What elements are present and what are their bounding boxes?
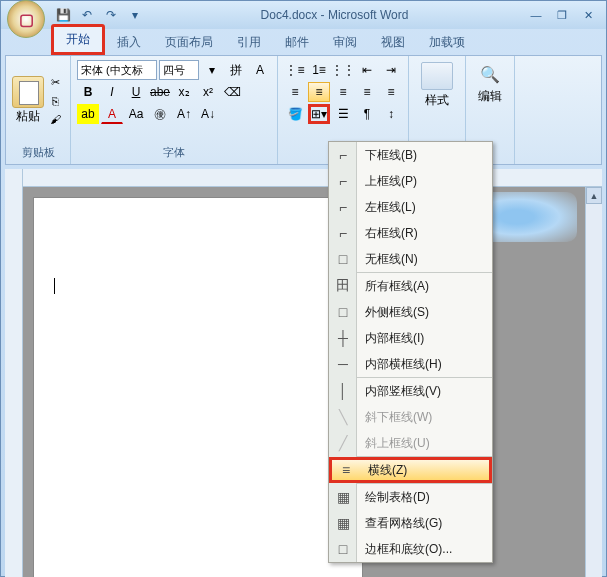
align-justify-button[interactable]: ≡ (356, 82, 378, 102)
font-color-button[interactable]: A (101, 104, 123, 124)
qat-more-icon[interactable]: ▾ (125, 5, 145, 25)
text-cursor (54, 278, 55, 294)
tab-home[interactable]: 开始 (51, 24, 105, 55)
paste-icon[interactable] (12, 76, 44, 108)
italic-button[interactable]: I (101, 82, 123, 102)
ribbon: 粘贴 ✂ ⎘ 🖌 剪贴板 宋体 (中文标 四号 ▾ 拼 A (5, 55, 602, 165)
align-right-button[interactable]: ≡ (332, 82, 354, 102)
border-icon: ≡ (332, 457, 360, 483)
menu-item-label: 外侧框线(S) (357, 304, 429, 321)
menu-item-label: 右框线(R) (357, 225, 418, 242)
menu-item-p[interactable]: ⌐上框线(P) (329, 168, 492, 194)
highlight-color-button[interactable]: ab (77, 104, 99, 124)
menu-item-g[interactable]: ▦查看网格线(G) (329, 510, 492, 536)
superscript-button[interactable]: x² (197, 82, 219, 102)
line-spacing-button[interactable]: ↕ (380, 104, 402, 124)
cut-icon[interactable]: ✂ (46, 75, 64, 91)
menu-item-label: 斜上框线(U) (357, 435, 430, 452)
tab-view[interactable]: 视图 (369, 30, 417, 55)
menu-item-i[interactable]: ┼内部框线(I) (329, 325, 492, 351)
menu-item-s[interactable]: □外侧框线(S) (329, 299, 492, 325)
vertical-ruler[interactable] (5, 169, 23, 577)
styles-label[interactable]: 样式 (425, 92, 449, 109)
menu-item-v[interactable]: │内部竖框线(V) (329, 378, 492, 404)
sort-button[interactable]: ☰ (332, 104, 354, 124)
shading-button[interactable]: 🪣 (284, 104, 306, 124)
tab-layout[interactable]: 页面布局 (153, 30, 225, 55)
grow-font-button[interactable]: A↑ (173, 104, 195, 124)
menu-item-label: 下框线(B) (357, 147, 417, 164)
phonetic-icon[interactable]: 拼 (225, 60, 247, 80)
show-marks-button[interactable]: ¶ (356, 104, 378, 124)
quick-access-toolbar: 💾 ↶ ↷ ▾ (53, 5, 145, 25)
menu-item-label: 横线(Z) (360, 462, 407, 479)
horizontal-ruler[interactable] (23, 169, 602, 187)
char-shading-icon[interactable]: Aa (125, 104, 147, 124)
close-button[interactable]: ✕ (576, 6, 600, 24)
menu-item-a[interactable]: 田所有框线(A) (329, 273, 492, 299)
menu-item-b[interactable]: ⌐下框线(B) (329, 142, 492, 168)
decrease-indent-button[interactable]: ⇤ (356, 60, 378, 80)
menu-item-o[interactable]: □边框和底纹(O)... (329, 536, 492, 562)
tab-review[interactable]: 审阅 (321, 30, 369, 55)
underline-button[interactable]: U (125, 82, 147, 102)
tab-addins[interactable]: 加载项 (417, 30, 477, 55)
copy-icon[interactable]: ⎘ (46, 93, 64, 109)
menu-item-d[interactable]: ▦绘制表格(D) (329, 484, 492, 510)
editing-label[interactable]: 编辑 (478, 88, 502, 105)
multilevel-button[interactable]: ⋮⋮ (332, 60, 354, 80)
menu-item-h[interactable]: ─内部横框线(H) (329, 351, 492, 377)
border-icon: □ (329, 536, 357, 562)
find-icon[interactable]: 🔍 (478, 62, 502, 86)
paste-label[interactable]: 粘贴 (16, 108, 40, 125)
tab-mail[interactable]: 邮件 (273, 30, 321, 55)
numbering-button[interactable]: 1≡ (308, 60, 330, 80)
shrink-font-button[interactable]: A↓ (197, 104, 219, 124)
borders-button[interactable]: ⊞▾ (308, 104, 330, 124)
styles-icon[interactable] (421, 62, 453, 90)
tab-references[interactable]: 引用 (225, 30, 273, 55)
font-size-combo[interactable]: 四号 (159, 60, 199, 80)
group-clipboard-label: 剪贴板 (10, 143, 66, 162)
office-button[interactable]: ▢ (7, 0, 45, 38)
clear-format-icon[interactable]: ⌫ (221, 82, 243, 102)
bold-button[interactable]: B (77, 82, 99, 102)
menu-item-label: 内部竖框线(V) (357, 383, 441, 400)
maximize-button[interactable]: ❐ (550, 6, 574, 24)
menu-item-n[interactable]: □无框线(N) (329, 246, 492, 272)
char-border-icon[interactable]: A (249, 60, 271, 80)
document-page[interactable] (33, 197, 363, 577)
menu-item-r[interactable]: ⌐右框线(R) (329, 220, 492, 246)
format-painter-icon[interactable]: 🖌 (46, 111, 64, 127)
border-icon: ⌐ (329, 220, 357, 246)
align-left-button[interactable]: ≡ (284, 82, 306, 102)
minimize-button[interactable]: — (524, 6, 548, 24)
border-icon: ╱ (329, 430, 357, 456)
menu-item-label: 内部横框线(H) (357, 356, 442, 373)
tab-insert[interactable]: 插入 (105, 30, 153, 55)
distribute-button[interactable]: ≡ (380, 82, 402, 102)
change-case-icon[interactable]: ▾ (201, 60, 223, 80)
vertical-scrollbar[interactable]: ▲ (585, 187, 602, 577)
border-icon: ⌐ (329, 168, 357, 194)
menu-item-label: 斜下框线(W) (357, 409, 432, 426)
redo-icon[interactable]: ↷ (101, 5, 121, 25)
subscript-button[interactable]: x₂ (173, 82, 195, 102)
save-icon[interactable]: 💾 (53, 5, 73, 25)
menu-item-l[interactable]: ⌐左框线(L) (329, 194, 492, 220)
borders-dropdown-menu: ⌐下框线(B)⌐上框线(P)⌐左框线(L)⌐右框线(R)□无框线(N)田所有框线… (328, 141, 493, 563)
border-icon: ┼ (329, 325, 357, 351)
strike-button[interactable]: abe (149, 82, 171, 102)
menu-item-label: 所有框线(A) (357, 278, 429, 295)
bullets-button[interactable]: ⋮≡ (284, 60, 306, 80)
border-icon: ▦ (329, 484, 357, 510)
enclose-char-icon[interactable]: ㊝ (149, 104, 171, 124)
menu-item-z[interactable]: ≡横线(Z) (329, 457, 492, 483)
font-name-combo[interactable]: 宋体 (中文标 (77, 60, 157, 80)
undo-icon[interactable]: ↶ (77, 5, 97, 25)
scroll-up-icon[interactable]: ▲ (586, 187, 602, 204)
align-center-button[interactable]: ≡ (308, 82, 330, 102)
increase-indent-button[interactable]: ⇥ (380, 60, 402, 80)
group-clipboard: 粘贴 ✂ ⎘ 🖌 剪贴板 (6, 56, 71, 164)
menu-item-label: 左框线(L) (357, 199, 416, 216)
